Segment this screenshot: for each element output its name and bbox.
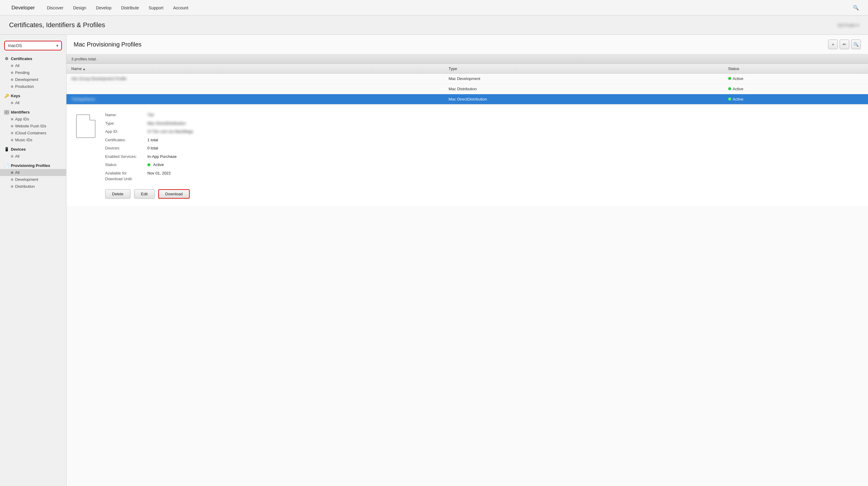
col-name[interactable]: Name [66, 64, 444, 74]
nav-design[interactable]: Design [73, 5, 86, 10]
detail-name-row: Name: Tlsf [105, 112, 858, 118]
content-area: Mac Provisioning Profiles + ✏ 🔍 3 profil… [66, 35, 868, 486]
detail-available-row: Available for Download Until: Nov 01, 20… [105, 170, 858, 182]
sidebar-item-icloud-containers[interactable]: iCloud Containers [0, 130, 66, 136]
main-container: macOS ▾ ⚙ Certificates All Pending Devel… [0, 35, 868, 486]
type-label: Type: [105, 121, 147, 127]
sidebar-item-app-ids[interactable]: App IDs [0, 116, 66, 123]
profile-status: Active [723, 94, 868, 104]
bullet-icon [11, 78, 13, 81]
provisioning-label: Provisioning Profiles [11, 163, 50, 168]
col-status[interactable]: Status [723, 64, 868, 74]
provisioning-list: All Development Distribution [0, 169, 66, 190]
bullet-icon [11, 118, 13, 121]
sidebar-item-music-ids[interactable]: Music IDs [0, 136, 66, 143]
nav-discover[interactable]: Discover [47, 5, 63, 10]
content-header: Mac Provisioning Profiles + ✏ 🔍 [66, 35, 868, 54]
bullet-icon [11, 102, 13, 104]
platform-label: macOS [8, 43, 22, 48]
profile-name: Abc Group Development Profile [66, 74, 444, 84]
sidebar-section-devices: 📱 Devices All [0, 146, 66, 160]
detail-devices-row: Devices: 0 total [105, 145, 858, 151]
nav-distribute[interactable]: Distribute [121, 5, 139, 10]
detail-panel: Name: Tlsf Type: Mac DirectDistribution … [66, 104, 868, 206]
status-dot [147, 163, 150, 166]
detail-fields: Name: Tlsf Type: Mac DirectDistribution … [105, 112, 858, 199]
table-body: Abc Group Development Profile Mac Develo… [66, 74, 868, 104]
add-button[interactable]: + [828, 39, 838, 49]
detail-certs-row: Certificates: 1 total [105, 137, 858, 143]
bullet-icon [11, 86, 13, 88]
sidebar-section-certificates: ⚙ Certificates All Pending Development P… [0, 55, 66, 90]
sidebar-item-website-push-ids[interactable]: Website Push IDs [0, 123, 66, 130]
status-dot [728, 97, 731, 100]
download-button[interactable]: Download [158, 189, 190, 199]
bullet-icon [11, 71, 13, 74]
search-icon[interactable]: 🔍 [853, 5, 859, 10]
identifiers-heading: ID Identifiers [0, 109, 66, 116]
sidebar-section-keys: 🔑 Keys All [0, 92, 66, 106]
table-header: Name Type Status [66, 64, 868, 74]
profile-status: Active [723, 84, 868, 94]
edit-button[interactable]: ✏ [840, 39, 849, 49]
status-value: Active [147, 162, 164, 168]
appid-label: App ID: [105, 129, 147, 135]
table-row[interactable]: Mac Distribution Active [66, 84, 868, 94]
bullet-icon [11, 185, 13, 188]
bullet-icon [11, 171, 13, 174]
nav-links: Discover Design Develop Distribute Suppo… [47, 5, 853, 10]
profile-type: Mac Development [444, 74, 723, 84]
sidebar-item-profiles-development[interactable]: Development [0, 176, 66, 183]
sidebar-section-provisioning: 📄 Provisioning Profiles All Development … [0, 162, 66, 190]
certificates-list: All Pending Development Production [0, 62, 66, 90]
sidebar-item-profiles-distribution[interactable]: Distribution [0, 183, 66, 190]
status-label: Status: [105, 162, 147, 168]
bullet-icon [11, 179, 13, 181]
sidebar: macOS ▾ ⚙ Certificates All Pending Devel… [0, 35, 66, 486]
edit-button[interactable]: Edit [134, 189, 155, 199]
table-row[interactable]: Abc Group Development Profile Mac Develo… [66, 74, 868, 84]
file-icon-bottom [76, 136, 95, 138]
sidebar-item-certs-all[interactable]: All [0, 62, 66, 69]
id-icon: ID [4, 110, 9, 115]
delete-button[interactable]: Delete [105, 189, 130, 199]
profile-type: Mac Distribution [444, 84, 723, 94]
sidebar-item-certs-development[interactable]: Development [0, 76, 66, 83]
certificates-heading: ⚙ Certificates [0, 55, 66, 62]
appid-value: XI TIer com ios MaciMega [147, 129, 193, 135]
user-badge[interactable]: Sof Foster ▾ [837, 23, 859, 28]
profile-status: Active [723, 74, 868, 84]
col-type[interactable]: Type [444, 64, 723, 74]
nav-support[interactable]: Support [149, 5, 163, 10]
sidebar-item-certs-production[interactable]: Production [0, 83, 66, 90]
sidebar-item-profiles-all[interactable]: All [0, 169, 66, 176]
devices-value: 0 total [147, 145, 158, 151]
devices-heading: 📱 Devices [0, 146, 66, 153]
sidebar-section-identifiers: ID Identifiers App IDs Website Push IDs … [0, 109, 66, 143]
identifiers-list: App IDs Website Push IDs iCloud Containe… [0, 116, 66, 143]
sidebar-item-certs-pending[interactable]: Pending [0, 69, 66, 76]
table-row[interactable]: TlsfAppName Mac DirectDistribution Activ… [66, 94, 868, 104]
brand-logo[interactable]: Developer [9, 5, 35, 11]
profile-name: TlsfAppName [66, 94, 444, 104]
nav-right: 🔍 [853, 5, 859, 10]
search-button[interactable]: 🔍 [851, 39, 861, 49]
available-value: Nov 01, 2022 [147, 170, 170, 182]
nav-develop[interactable]: Develop [96, 5, 112, 10]
sidebar-item-keys-all[interactable]: All [0, 99, 66, 106]
devices-list: All [0, 153, 66, 160]
sidebar-item-devices-all[interactable]: All [0, 153, 66, 160]
profiles-table: Name Type Status Abc Group Development P… [66, 64, 868, 104]
keys-heading: 🔑 Keys [0, 92, 66, 99]
certificates-label: Certificates [11, 57, 32, 61]
status-dot [728, 87, 731, 90]
bullet-icon [11, 125, 13, 127]
certificate-icon: ⚙ [4, 57, 9, 61]
user-name: Sof Foster ▾ [837, 23, 859, 28]
keys-label: Keys [11, 94, 20, 98]
nav-account[interactable]: Account [173, 5, 188, 10]
services-label: Enabled Services: [105, 154, 147, 160]
platform-selector[interactable]: macOS ▾ [4, 41, 62, 51]
profile-type: Mac DirectDistribution [444, 94, 723, 104]
available-label: Available for Download Until: [105, 170, 147, 182]
